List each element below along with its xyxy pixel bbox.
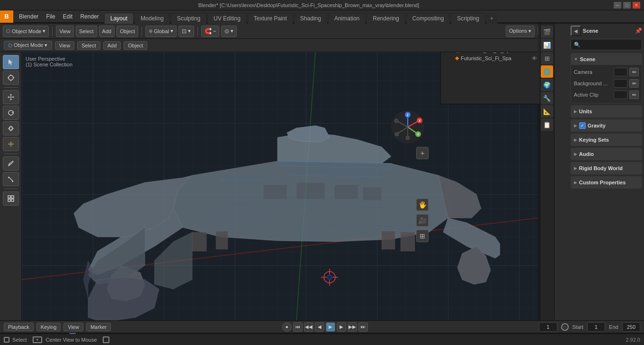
- keying-menu[interactable]: Keying: [36, 323, 61, 331]
- props-nav-back[interactable]: ◀: [571, 26, 581, 36]
- add-menu[interactable]: Add: [99, 26, 115, 37]
- outliner-item-spaceship2[interactable]: ◆ Futuristic_Sci_Fi_Spa 👁: [441, 54, 540, 62]
- custom-props-header[interactable]: ▶ Custom Properties: [571, 177, 642, 188]
- modifier-props-icon[interactable]: 📐: [541, 105, 553, 118]
- prev-keyframe-btn[interactable]: ◀◀: [304, 322, 313, 332]
- maximize-button[interactable]: □: [623, 2, 631, 9]
- minimize-button[interactable]: ─: [614, 2, 621, 9]
- next-frame-btn[interactable]: ▶: [337, 322, 346, 332]
- active-clip-field[interactable]: [614, 91, 627, 99]
- rigid-body-header[interactable]: ▶ Rigid Body World: [571, 163, 642, 174]
- close-button[interactable]: ✕: [633, 2, 640, 9]
- tab-compositing[interactable]: Compositing: [406, 13, 450, 24]
- background-edit-icon[interactable]: ✏: [629, 79, 639, 88]
- grid-btn[interactable]: ⊞: [416, 230, 429, 242]
- object-mode-btn[interactable]: ⬡ Object Mode ▾: [4, 41, 52, 50]
- playback-menu[interactable]: Playback: [4, 323, 34, 331]
- transform-tool[interactable]: [3, 137, 19, 151]
- view-layer-props-icon[interactable]: ⊞: [541, 52, 553, 64]
- output-props-icon[interactable]: 📊: [541, 39, 553, 51]
- pivot-selector[interactable]: ⊡▾: [179, 26, 194, 37]
- rotate-tool[interactable]: [3, 106, 19, 120]
- gravity-checkbox[interactable]: ✓: [579, 122, 586, 129]
- tab-rendering[interactable]: Rendering: [367, 13, 405, 24]
- camera-btn[interactable]: 🎥: [416, 214, 429, 227]
- select-menu[interactable]: Select: [76, 26, 97, 37]
- properties-content: ◀ Scene 📌 ▼ Scene Camera: [569, 24, 644, 320]
- measure-tool[interactable]: [3, 172, 19, 186]
- tab-shading[interactable]: Shading: [294, 13, 327, 24]
- view-menu[interactable]: View: [56, 26, 74, 37]
- gravity-section-header[interactable]: ▶ ✓ Gravity: [571, 120, 642, 131]
- render-props-icon[interactable]: 🎬: [541, 26, 553, 38]
- menu-edit[interactable]: Edit: [59, 12, 77, 21]
- prev-frame-btn[interactable]: ◀: [315, 322, 324, 332]
- svg-rect-17: [11, 199, 14, 201]
- tab-modeling[interactable]: Modeling: [134, 13, 170, 24]
- props-search-input[interactable]: [571, 39, 642, 50]
- units-section: ▶ Units: [571, 105, 642, 118]
- snap-toggle[interactable]: 🧲 ~: [201, 26, 219, 37]
- end-frame-field[interactable]: 250: [622, 322, 640, 332]
- data-props-icon[interactable]: 📋: [541, 118, 553, 131]
- select-label: Select: [12, 337, 27, 343]
- background-field[interactable]: [614, 79, 627, 88]
- start-frame-field[interactable]: 1: [587, 322, 605, 332]
- tab-uv-editing[interactable]: UV Editing: [207, 13, 247, 24]
- tab-layout[interactable]: Layout: [104, 13, 134, 24]
- zoom-out-btn[interactable]: 🖐: [416, 199, 429, 211]
- version-label: 2.92.0: [626, 337, 640, 343]
- jump-start-btn[interactable]: ⏮: [293, 322, 303, 332]
- active-clip-row: Active Clip ✏: [574, 90, 639, 100]
- camera-edit-icon[interactable]: ✏: [629, 68, 639, 76]
- transform-selector[interactable]: ⊕ Global ▾: [145, 26, 177, 37]
- menu-file[interactable]: File: [42, 12, 59, 21]
- audio-section-header[interactable]: ▶ Audio: [571, 148, 642, 160]
- units-section-header[interactable]: ▶ Units: [571, 106, 642, 117]
- select-tool[interactable]: [3, 55, 19, 69]
- mmb-indicator: ●: [33, 336, 42, 343]
- props-pin-icon[interactable]: 📌: [635, 27, 642, 34]
- scene-section-header[interactable]: ▼ Scene: [571, 54, 642, 65]
- view-menu-tl[interactable]: View: [63, 323, 83, 331]
- tab-animation[interactable]: Animation: [328, 13, 366, 24]
- object-btn[interactable]: Object: [124, 41, 147, 50]
- navigation-gizmo[interactable]: Z Y X: [389, 108, 427, 146]
- cursor-tool[interactable]: [3, 71, 19, 85]
- tool-separator-1: [4, 87, 18, 88]
- select-btn[interactable]: Select: [77, 41, 100, 50]
- transport-circle[interactable]: ●: [282, 322, 292, 332]
- add-object-tool[interactable]: [3, 191, 19, 206]
- zoom-in-btn[interactable]: +: [416, 147, 429, 159]
- active-clip-edit-icon[interactable]: ✏: [629, 91, 639, 99]
- move-tool[interactable]: [3, 90, 19, 104]
- jump-end-btn[interactable]: ⏭: [358, 322, 368, 332]
- window-controls: ─ □ ✕: [614, 2, 640, 9]
- options-button[interactable]: Options ▾: [506, 26, 535, 37]
- tab-scripting[interactable]: Scripting: [451, 13, 485, 24]
- menu-render[interactable]: Render: [76, 12, 102, 21]
- scale-tool[interactable]: [3, 121, 19, 136]
- menu-blender[interactable]: Blender: [15, 12, 42, 21]
- camera-field[interactable]: [614, 68, 627, 76]
- next-keyframe-btn[interactable]: ▶▶: [348, 322, 357, 332]
- marker-menu[interactable]: Marker: [86, 323, 111, 331]
- add-workspace-button[interactable]: +: [486, 13, 497, 24]
- annotate-tool[interactable]: [3, 156, 19, 171]
- play-btn[interactable]: ▶: [326, 322, 335, 332]
- object-props-icon[interactable]: 🔧: [541, 92, 553, 104]
- add-btn[interactable]: Add: [103, 41, 121, 50]
- frame-info: 1 ○ Start 1 End 250: [539, 322, 640, 332]
- keying-sets-header[interactable]: ▶ Keying Sets: [571, 134, 642, 145]
- mode-selector[interactable]: ⬡ Object Mode ▾: [3, 26, 49, 37]
- tab-sculpting[interactable]: Sculpting: [171, 13, 206, 24]
- object-menu[interactable]: Object: [116, 26, 138, 37]
- scene-props-icon[interactable]: 🌐: [541, 65, 553, 78]
- tab-texture-paint[interactable]: Texture Paint: [248, 13, 293, 24]
- spaceship-model: [50, 100, 500, 320]
- blender-logo[interactable]: B: [0, 10, 13, 23]
- world-props-icon[interactable]: 🌍: [541, 79, 553, 91]
- current-frame-field[interactable]: 1: [539, 322, 557, 332]
- proportional-toggle[interactable]: ⊙▾: [221, 26, 237, 37]
- view-btn[interactable]: View: [55, 41, 75, 50]
